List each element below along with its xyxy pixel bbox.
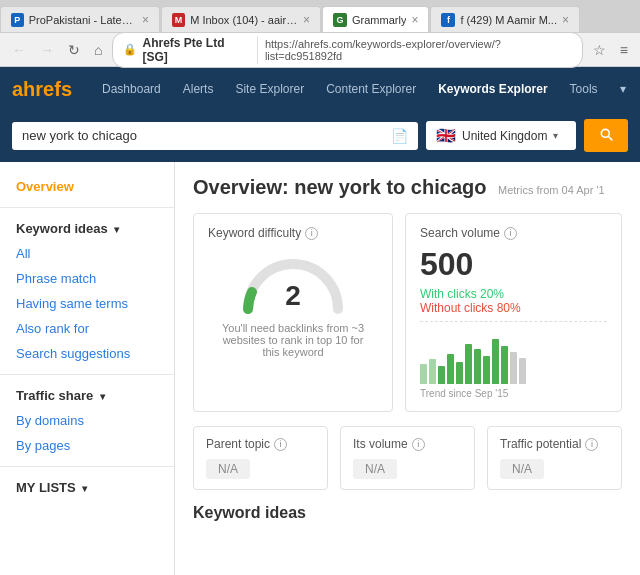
sidebar-divider-1 (0, 207, 174, 208)
sidebar-divider-3 (0, 466, 174, 467)
kd-info-icon[interactable]: i (305, 227, 318, 240)
logo-text: ahrefs (12, 78, 72, 100)
nav-keywords-explorer[interactable]: Keywords Explorer (428, 77, 557, 101)
menu-button[interactable]: ≡ (616, 40, 632, 60)
gauge-container: 2 You'll need backlinks from ~3 websites… (208, 246, 378, 366)
home-button[interactable]: ⌂ (90, 40, 106, 60)
iv-label: Its volume i (353, 437, 462, 451)
trend-bar (465, 344, 472, 384)
trend-bar (420, 364, 427, 384)
volume-number: 500 (420, 246, 607, 283)
trend-bar (429, 359, 436, 384)
tab-3-title: Grammarly (352, 14, 406, 26)
trend-bar (510, 352, 517, 384)
overview-title: Overview: new york to chicago (193, 176, 492, 198)
search-volume-card: Search volume i 500 With clicks 20% With… (405, 213, 622, 412)
tab-3-close[interactable]: × (411, 13, 418, 27)
tab-2[interactable]: M M Inbox (104) - aairm... × (161, 6, 321, 32)
trend-chart (420, 334, 607, 384)
trend-bar (474, 349, 481, 384)
tab-1-title: ProPakistani - Latest T... (29, 14, 137, 26)
nav-links: Dashboard Alerts Site Explorer Content E… (92, 77, 636, 101)
trend-bar (447, 354, 454, 384)
metrics-date: Metrics from 04 Apr '1 (498, 184, 605, 196)
search-bar-section: 📄 🇬🇧 United Kingdom ▾ (0, 111, 640, 162)
star-button[interactable]: ☆ (589, 40, 610, 60)
search-button[interactable] (584, 119, 628, 152)
sidebar-traffic-share-head[interactable]: Traffic share ▾ (0, 383, 174, 408)
keyword-difficulty-card: Keyword difficulty i 2 You'll need backl… (193, 213, 393, 412)
trend-label: Trend since Sep '15 (420, 388, 607, 399)
flag-icon: 🇬🇧 (436, 126, 456, 145)
country-selector[interactable]: 🇬🇧 United Kingdom ▾ (426, 121, 576, 150)
nav-site-explorer[interactable]: Site Explorer (225, 77, 314, 101)
trend-bar (438, 366, 445, 384)
tab-1-close[interactable]: × (142, 13, 149, 27)
forward-button[interactable]: → (36, 40, 58, 60)
ahrefs-logo: ahrefs (12, 78, 72, 101)
my-lists-arrow: ▾ (82, 483, 87, 494)
gauge-description: You'll need backlinks from ~3 websites t… (213, 322, 373, 358)
lock-icon: 🔒 (123, 43, 137, 56)
sidebar-by-pages[interactable]: By pages (0, 433, 174, 458)
sidebar-my-lists[interactable]: MY LISTS ▾ (0, 475, 174, 500)
tab-3[interactable]: G Grammarly × (322, 6, 429, 32)
pt-info-icon[interactable]: i (274, 438, 287, 451)
sv-label: Search volume i (420, 226, 607, 240)
sidebar: Overview Keyword ideas ▾ All Phrase matc… (0, 162, 175, 575)
nav-alerts[interactable]: Alerts (173, 77, 224, 101)
traffic-potential-card: Traffic potential i N/A (487, 426, 622, 490)
gauge-wrap: 2 (238, 254, 348, 314)
iv-info-icon[interactable]: i (412, 438, 425, 451)
tab-4-close[interactable]: × (562, 13, 569, 27)
nav-tools[interactable]: Tools (560, 77, 608, 101)
sidebar-phrase-match[interactable]: Phrase match (0, 266, 174, 291)
keyword-ideas-section-title: Keyword ideas (193, 504, 622, 522)
pt-label: Parent topic i (206, 437, 315, 451)
content-area: Overview: new york to chicago Metrics fr… (175, 162, 640, 575)
with-clicks: With clicks 20% (420, 287, 607, 301)
sv-info-icon[interactable]: i (504, 227, 517, 240)
traffic-share-arrow: ▾ (100, 391, 105, 402)
back-button[interactable]: ← (8, 40, 30, 60)
sidebar-also-rank-for[interactable]: Also rank for (0, 316, 174, 341)
tab-4-title: f (429) M Aamir M... (460, 14, 557, 26)
without-clicks: Without clicks 80% (420, 301, 607, 315)
sidebar-having-same-terms[interactable]: Having same terms (0, 291, 174, 316)
address-bar[interactable]: 🔒 Ahrefs Pte Ltd [SG] https://ahrefs.com… (112, 32, 582, 68)
chart-divider (420, 321, 607, 326)
sidebar-search-suggestions[interactable]: Search suggestions (0, 341, 174, 366)
nav-dashboard[interactable]: Dashboard (92, 77, 171, 101)
tab-3-favicon: G (333, 13, 347, 27)
sidebar-overview[interactable]: Overview (0, 174, 174, 199)
tab-4-favicon: f (441, 13, 455, 27)
main-layout: Overview Keyword ideas ▾ All Phrase matc… (0, 162, 640, 575)
tp-info-icon[interactable]: i (585, 438, 598, 451)
tab-2-close[interactable]: × (303, 13, 310, 27)
refresh-button[interactable]: ↻ (64, 40, 84, 60)
nav-content-explorer[interactable]: Content Explorer (316, 77, 426, 101)
parent-topic-card: Parent topic i N/A (193, 426, 328, 490)
keyword-ideas-arrow: ▾ (114, 224, 119, 235)
tab-4[interactable]: f f (429) M Aamir M... × (430, 6, 580, 32)
trend-bar (483, 356, 490, 384)
tp-label: Traffic potential i (500, 437, 609, 451)
search-input[interactable] (22, 128, 386, 143)
iv-value: N/A (353, 459, 397, 479)
search-input-wrap[interactable]: 📄 (12, 122, 418, 150)
gauge-number: 2 (285, 280, 301, 312)
nav-more[interactable]: ▾ (610, 77, 636, 101)
ahrefs-navbar: ahrefs Dashboard Alerts Site Explorer Co… (0, 67, 640, 111)
browser-chrome: P ProPakistani - Latest T... × M M Inbox… (0, 0, 640, 67)
sidebar-keyword-ideas-head[interactable]: Keyword ideas ▾ (0, 216, 174, 241)
tab-2-title: M Inbox (104) - aairm... (190, 14, 298, 26)
sidebar-divider-2 (0, 374, 174, 375)
metric-cards-row: Keyword difficulty i 2 You'll need backl… (193, 213, 622, 412)
tab-1-favicon: P (11, 13, 24, 27)
pt-value: N/A (206, 459, 250, 479)
sidebar-all[interactable]: All (0, 241, 174, 266)
site-name: Ahrefs Pte Ltd [SG] (142, 36, 257, 64)
sidebar-by-domains[interactable]: By domains (0, 408, 174, 433)
tab-bar: P ProPakistani - Latest T... × M M Inbox… (0, 0, 640, 32)
tab-1[interactable]: P ProPakistani - Latest T... × (0, 6, 160, 32)
